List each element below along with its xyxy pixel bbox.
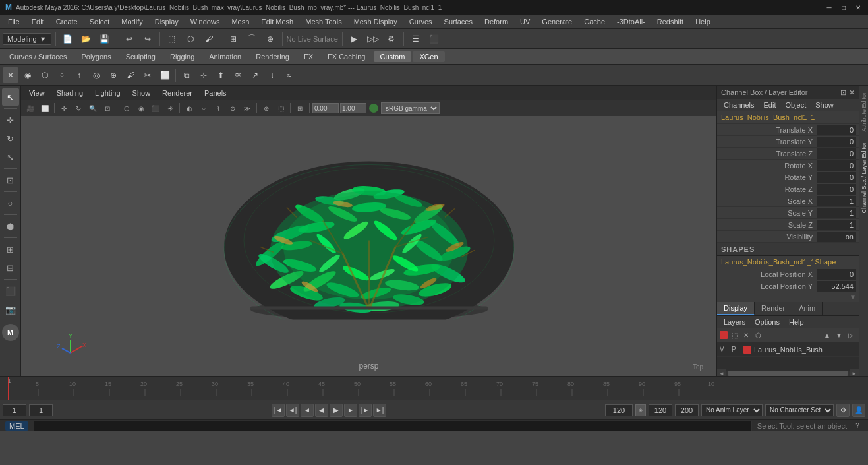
vp-gamma-select[interactable]: sRGB gamma [381, 102, 440, 114]
undo-icon[interactable]: ↩ [121, 31, 137, 47]
vp-film-icon[interactable]: ⬜ [38, 102, 51, 115]
h-scroll-right-icon[interactable]: ► [850, 369, 859, 376]
channel-translate-x[interactable]: Translate X 0 [717, 124, 859, 136]
vp-cam-icon[interactable]: 🎥 [24, 102, 37, 115]
panel-close-button[interactable]: ✕ [849, 88, 855, 97]
menu-windows[interactable]: Windows [185, 16, 225, 27]
tab-display[interactable]: Display [717, 302, 755, 315]
expand-icon[interactable]: ▷ [846, 330, 856, 340]
lasso-icon[interactable]: ⬡ [183, 31, 198, 47]
menu-modify[interactable]: Modify [116, 16, 148, 27]
tab-polygons[interactable]: Polygons [74, 51, 117, 62]
tab-custom[interactable]: Custom [374, 51, 412, 62]
vp-dof-icon[interactable]: ⊙ [226, 102, 239, 115]
h-scroll-left-icon[interactable]: ◄ [717, 369, 726, 376]
xgen-active-icon[interactable]: ✕ [3, 67, 18, 83]
channel-box-tab[interactable]: Channel Box / Layer Editor [859, 137, 869, 219]
delete-layer-icon[interactable]: ✕ [741, 330, 751, 340]
tab-rendering[interactable]: Rendering [249, 51, 296, 62]
ui-layout-icon[interactable]: ⬛ [426, 31, 442, 47]
lm-options[interactable]: Options [751, 317, 784, 326]
vp-cam-near-input[interactable] [312, 103, 339, 113]
vp-frame-icon[interactable]: ⊡ [101, 102, 114, 115]
open-file-icon[interactable]: 📂 [78, 31, 94, 47]
vp-menu-show[interactable]: Show [127, 88, 156, 98]
help-icon[interactable]: ? [852, 421, 863, 431]
transform-tool-icon[interactable]: ⊡ [2, 171, 19, 189]
annotation-icon[interactable]: M [2, 324, 19, 341]
minimize-button[interactable]: ─ [825, 3, 834, 12]
channel-rotate-x[interactable]: Rotate X 0 [717, 160, 859, 171]
vp-ao-icon[interactable]: ○ [197, 102, 210, 115]
play-forward-button[interactable]: ▶ [330, 404, 343, 417]
xgen-stack-icon[interactable]: ⧉ [179, 67, 194, 83]
go-end-button[interactable]: ►| [373, 404, 386, 417]
vp-aa-icon[interactable]: ⌇ [212, 102, 225, 115]
xgen-attach-icon[interactable]: ⬜ [157, 67, 173, 83]
xgen-sphere-icon[interactable]: ◉ [20, 67, 36, 83]
anim-layer-select[interactable]: No Anim Layer [701, 404, 763, 416]
menu-create[interactable]: Create [51, 16, 83, 27]
snap-grid-icon[interactable]: ⊞ [225, 31, 241, 47]
anim-settings-button[interactable]: ⚙ [836, 404, 850, 417]
render-seq-icon[interactable]: ▷▷ [365, 31, 381, 47]
vp-menu-lighting[interactable]: Lighting [90, 88, 126, 98]
vp-menu-panels[interactable]: Panels [199, 88, 232, 98]
paint-icon[interactable]: 🖌 [201, 31, 217, 47]
play-back-button[interactable]: ◀ [315, 404, 328, 417]
redo-icon[interactable]: ↪ [140, 31, 156, 47]
layer-v-toggle[interactable]: V [720, 346, 729, 353]
lm-help[interactable]: Help [785, 317, 808, 326]
xgen-move-icon[interactable]: ⊕ [105, 67, 121, 83]
maximize-button[interactable]: □ [839, 3, 848, 12]
snap-tool-icon[interactable]: ⊞ [2, 241, 19, 258]
cb-menu-channels[interactable]: Channels [720, 100, 758, 109]
scroll-up-icon[interactable]: ▲ [822, 330, 832, 340]
attribute-editor-tab[interactable]: Attribute Editor [859, 87, 869, 137]
playback-end-input[interactable] [649, 404, 672, 416]
script-mode-label[interactable]: MEL [5, 421, 28, 431]
vp-zoom-icon[interactable]: 🔍 [86, 102, 100, 115]
channel-scale-y[interactable]: Scale Y 1 [717, 207, 859, 219]
playback-max-input[interactable] [675, 404, 699, 416]
render-region-icon[interactable]: ⬛ [2, 282, 19, 299]
channel-rotate-z[interactable]: Rotate Z 0 [717, 183, 859, 195]
frame-range-slider[interactable]: ◈ [635, 404, 646, 416]
go-start-button[interactable]: |◄ [272, 404, 285, 417]
prev-key-button[interactable]: ◄| [286, 404, 299, 417]
h-scroll-thumb[interactable] [728, 371, 848, 376]
move-tool-icon[interactable]: ✛ [2, 111, 19, 129]
menu-edit-mesh[interactable]: Edit Mesh [256, 16, 299, 27]
vp-light-icon[interactable]: ☀ [163, 102, 177, 115]
xgen-cut-icon[interactable]: ✂ [140, 67, 156, 83]
menu-mesh-tools[interactable]: Mesh Tools [300, 16, 347, 27]
script-input[interactable] [34, 421, 752, 431]
channel-translate-y[interactable]: Translate Y 0 [717, 136, 859, 148]
channel-scale-x[interactable]: Scale X 1 [717, 195, 859, 207]
menu-mesh-display[interactable]: Mesh Display [349, 16, 403, 27]
cb-menu-show[interactable]: Show [811, 100, 838, 109]
vp-wire-icon[interactable]: ⬡ [120, 102, 133, 115]
new-file-icon[interactable]: 📄 [60, 31, 76, 47]
save-file-icon[interactable]: 💾 [97, 31, 113, 47]
menu-generate[interactable]: Generate [536, 16, 577, 27]
current-frame-input[interactable] [3, 404, 26, 416]
vp-grid-toggle-icon[interactable]: ⊞ [293, 102, 306, 115]
snap-curve-icon[interactable]: ⌒ [244, 31, 260, 47]
menu-deform[interactable]: Deform [479, 16, 513, 27]
menu-help[interactable]: Help [690, 16, 716, 27]
channel-visibility[interactable]: Visibility on [717, 231, 859, 243]
xgen-guide-icon[interactable]: ↑ [71, 67, 87, 83]
channel-rotate-y[interactable]: Rotate Y 0 [717, 171, 859, 183]
range-end-input[interactable] [605, 404, 633, 416]
channel-local-pos-y[interactable]: Local Position Y 52.544 [717, 280, 859, 292]
tab-xgen[interactable]: XGen [413, 51, 444, 62]
tab-rigging[interactable]: Rigging [163, 51, 201, 62]
menu-surfaces[interactable]: Surfaces [439, 16, 478, 27]
xgen-wire-icon[interactable]: ⬡ [37, 67, 53, 83]
tab-anim[interactable]: Anim [792, 302, 823, 315]
soft-select-icon[interactable]: ○ [2, 195, 19, 212]
new-layer-icon[interactable]: ⬚ [729, 330, 739, 340]
menu-edit[interactable]: Edit [26, 16, 49, 27]
xgen-scatter-icon[interactable]: ⊹ [196, 67, 212, 83]
